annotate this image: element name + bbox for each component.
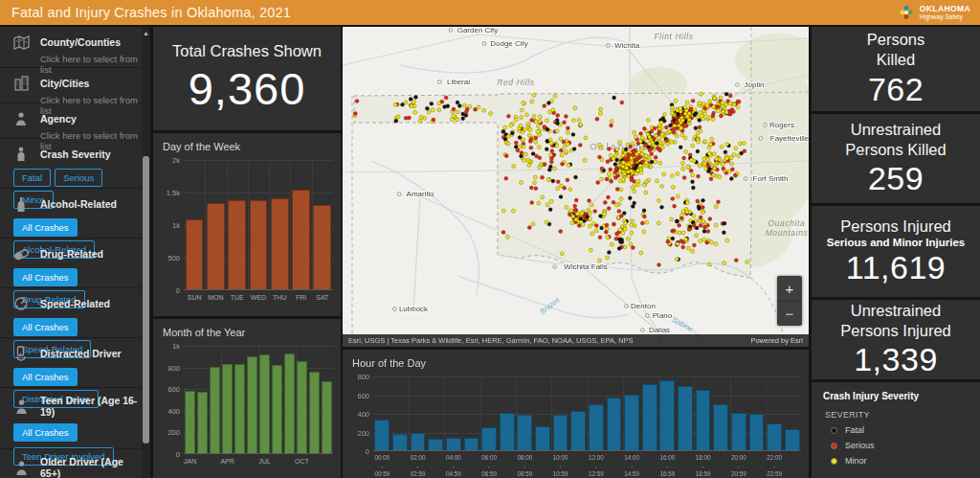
x-tick-label: 22:00 - 22:59 [766,454,784,471]
plot-area: SUNMONTUEWEDTHUFRISAT [184,160,333,306]
x-tick-label: WED [248,293,269,306]
bar-19-00-[interactable] [713,404,728,450]
bar-16-00-[interactable] [659,380,675,450]
bar-06-00-[interactable] [481,427,497,450]
bar-slot [283,346,296,453]
filter-button-all-crashes[interactable]: All Crashes [13,268,78,286]
stat-title: UnrestrainedPersons Injured [840,301,951,340]
bar-04-00-[interactable] [446,438,461,450]
map-panel[interactable]: Flint HillsRed HillsOklahomaOuachitaMoun… [343,27,809,347]
bar-may[interactable] [234,364,245,453]
x-tick-label [391,454,410,471]
map-label-ouachita-mountains: OuachitaMountains [766,218,809,238]
map-label-rogers: Rogers [769,121,794,129]
bar-13-00-[interactable] [607,398,622,450]
bar-14-00-[interactable] [624,395,639,450]
sidebar-scrollbar[interactable]: ▲ [142,27,150,478]
bar-09-00-[interactable] [535,426,550,450]
bar-23-00-[interactable] [785,429,800,450]
bar-03-00-[interactable] [428,439,443,450]
bar-18-00-[interactable] [696,390,711,450]
bar-jan[interactable] [185,391,195,453]
oklahoma-logo-icon [898,4,915,21]
bar-slot [534,376,552,450]
bar-21-00-[interactable] [749,414,765,450]
bar-dec[interactable] [322,381,332,453]
filter-button-all-crashes[interactable]: All Crashes [13,218,78,237]
drug-pill-icon [11,245,31,262]
bar-slot [184,346,196,453]
bar-nov[interactable] [309,372,320,453]
bar-00-00-[interactable] [374,420,390,450]
older-driver-person-icon [11,459,31,476]
map-label-fort-smith: Fort Smith [753,174,789,183]
bar-15-00-[interactable] [642,384,657,450]
sidebar-filter-county-counties[interactable]: County/CountiesClick here to select from… [0,27,150,68]
bar-jun[interactable] [247,356,257,453]
y-tick-label: 1k [172,221,180,230]
x-tick-label: 16:00 - 16:59 [658,454,677,471]
bar-apr[interactable] [222,364,233,453]
map-attribution-text: Esri, USGS | Texas Parks & Wildlife, Esr… [348,336,634,345]
filter-button-serious[interactable]: Serious [55,169,102,187]
legend-field-label: SEVERITY [825,410,969,420]
bar-02-00-[interactable] [411,433,426,450]
bar-mar[interactable] [210,367,220,453]
bar-08-00-[interactable] [517,415,532,450]
bar-aug[interactable] [272,365,282,453]
bar-slot [246,346,258,453]
sidebar-filter-agency[interactable]: AgencyClick here to select from list [0,103,150,139]
scrollbar-up-icon[interactable]: ▲ [143,30,149,36]
x-tick-label: JUL [258,457,271,469]
map-zoom-controls: + − [777,276,802,326]
bar-17-00-[interactable] [678,386,693,450]
filter-button-all-crashes[interactable]: All Crashes [13,368,78,386]
bar-10-00-[interactable] [553,415,568,450]
bar-fri[interactable] [292,190,310,289]
sidebar-filter-city-cities[interactable]: City/CitiesClick here to select from lis… [0,68,150,103]
x-tick-label [309,457,322,469]
bar-sat[interactable] [313,205,331,289]
filter-button-all-crashes[interactable]: All Crashes [13,423,78,442]
x-tick-label: SAT [312,293,333,306]
bar-mon[interactable] [207,203,225,289]
bar-05-00-[interactable] [464,438,479,450]
alcohol-bottle-icon [11,195,31,213]
bar-slot [588,376,606,450]
filter-button-fatal[interactable]: Fatal [13,169,51,187]
legend-title: Crash Injury Severity [823,391,969,401]
crash-map[interactable]: Flint HillsRed HillsOklahomaOuachitaMoun… [343,27,809,347]
month-of-year-chart: 1k8006004002000JANAPRJULOCT [153,340,341,469]
x-tick-label: THU [269,293,290,306]
bar-slot [205,160,226,289]
bar-22-00-[interactable] [767,423,782,450]
bar-jul[interactable] [259,354,270,453]
filter-label: Speed-Related [40,298,110,309]
bar-slot [373,376,391,450]
bar-sun[interactable] [186,219,204,289]
map-zoom-out-button[interactable]: − [777,301,802,326]
stat-panel-persons-injured: Persons InjuredSerious and Minor Injurie… [812,206,980,297]
bar-oct[interactable] [297,361,307,453]
bar-20-00-[interactable] [731,413,746,450]
scrollbar-thumb[interactable] [143,156,149,444]
y-tick-label: 800 [357,373,369,381]
bar-01-00-[interactable] [392,434,408,450]
y-tick-label: 400 [167,406,180,415]
bar-thu[interactable] [271,198,289,289]
bar-sep[interactable] [284,353,295,453]
bar-11-00-[interactable] [570,411,586,450]
map-zoom-in-button[interactable]: + [777,276,802,301]
bars [184,346,333,453]
legend-dot-minor [831,458,837,465]
bar-slot [427,376,445,450]
bar-tue[interactable] [228,200,246,289]
bar-wed[interactable] [250,200,268,289]
y-tick-label: 500 [167,254,180,262]
bar-slot [312,160,333,289]
bar-feb[interactable] [197,392,208,453]
bar-12-00-[interactable] [589,404,604,450]
bar-07-00-[interactable] [500,413,515,450]
filter-button-all-crashes[interactable]: All Crashes [13,318,78,336]
x-tick-label: APR [220,457,234,469]
